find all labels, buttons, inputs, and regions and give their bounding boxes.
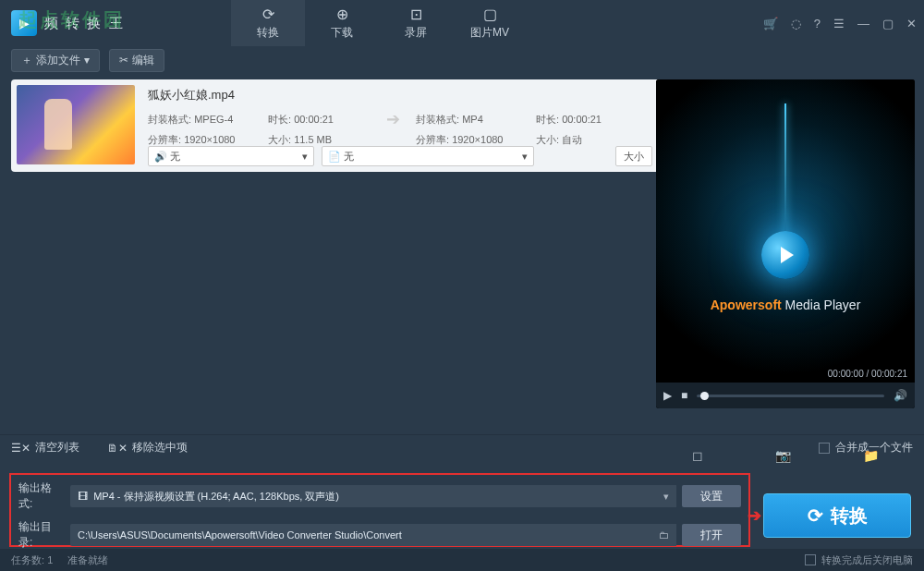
src-duration: 时长: 00:00:21	[268, 113, 370, 127]
scissors-icon: ✂	[119, 54, 128, 67]
output-dir-field[interactable]: C:\Users\ASUS\Documents\Apowersoft\Video…	[70, 524, 676, 546]
logo-area: ▶ 频 转 换 王	[0, 10, 222, 36]
convert-button[interactable]: ➔ ⟳ 转换	[763, 493, 911, 538]
edit-label: 编辑	[132, 53, 154, 68]
cart-icon[interactable]: 🛒	[763, 17, 778, 30]
user-icon[interactable]: ◌	[791, 17, 801, 30]
preview-controls: ▶ ■ 🔊	[656, 383, 915, 408]
settings-button[interactable]: 设置	[682, 485, 741, 507]
chevron-down-icon: ▾	[302, 151, 308, 163]
download-icon: ⊕	[336, 6, 348, 23]
remove-icon: 🗎✕	[107, 442, 128, 455]
window-controls: 🛒 ◌ ? ☰ — ▢ ✕	[763, 0, 917, 46]
tv-icon: ▢	[483, 6, 497, 23]
output-format-value: MP4 - 保持源视频设置 (H.264; AAC, 128Kbps, 双声道)	[93, 491, 339, 502]
speaker-icon: 🔊	[154, 151, 167, 162]
subtitle-icon: 📄	[328, 151, 341, 162]
folder-icon: 🗀	[659, 529, 669, 541]
output-panel: 输出格式: 🎞 MP4 - 保持源视频设置 (H.264; AAC, 128Kb…	[9, 473, 750, 547]
preview-panel: Apowersoft Media Player 00:00:00 / 00:00…	[656, 79, 915, 408]
play-orb-icon	[761, 231, 809, 279]
src-res: 分辨率: 1920×1080	[148, 133, 268, 147]
preview-brand: Apowersoft Media Player	[656, 298, 915, 312]
output-dir-label: 输出目录:	[18, 519, 65, 551]
preview-tool-icons: ◻ 📷 📁	[656, 442, 915, 469]
file-name: 狐妖小红娘.mp4	[148, 87, 699, 103]
main-tabs: ⟳ 转换 ⊕ 下载 ⊡ 录屏 ▢ 图片MV	[231, 0, 527, 46]
tab-photomv[interactable]: ▢ 图片MV	[453, 0, 527, 46]
remove-selected-button[interactable]: 🗎✕ 移除选中项	[107, 440, 188, 456]
file-thumbnail[interactable]	[17, 85, 135, 164]
app-logo-icon: ▶	[11, 10, 37, 36]
dst-duration: 时长: 00:00:21	[536, 113, 638, 127]
refresh-icon: ⟳	[262, 6, 274, 23]
subtitle-value: 无	[344, 151, 354, 162]
preview-canvas[interactable]: Apowersoft Media Player	[656, 79, 915, 383]
statusbar: 任务数: 1 准备就绪 转换完成后关闭电脑	[0, 549, 924, 571]
task-count: 任务数: 1	[11, 553, 53, 567]
edit-button[interactable]: ✂ 编辑	[109, 49, 164, 72]
minimize-icon[interactable]: —	[857, 17, 869, 30]
shutdown-label: 转换完成后关闭电脑	[821, 553, 913, 567]
app-title: 频 转 换 王	[44, 15, 125, 32]
plus-icon: ＋	[21, 53, 32, 68]
chevron-down-icon: ▾	[663, 491, 669, 503]
output-dir-value: C:\Users\ASUS\Documents\Apowersoft\Video…	[78, 529, 402, 541]
arrow-right-icon: ➔	[370, 109, 416, 129]
play-icon[interactable]: ▶	[663, 389, 672, 402]
remove-label: 移除选中项	[132, 440, 188, 456]
src-size: 大小: 11.5 MB	[268, 133, 370, 147]
chevron-down-icon: ▾	[84, 54, 90, 67]
audio-track-select[interactable]: 🔊 无 ▾	[148, 146, 314, 166]
dst-format: 封装格式: MP4	[416, 113, 536, 127]
clear-label: 清空列表	[35, 440, 79, 456]
titlebar: 起点软件园 ▶ 频 转 换 王 ⟳ 转换 ⊕ 下载 ⊡ 录屏 ▢ 图片MV 🛒 …	[0, 0, 924, 46]
file-controls: 🔊 无 ▾ 📄 无 ▾ 大小 ✂编辑	[148, 146, 708, 166]
clear-list-button[interactable]: ☰✕ 清空列表	[11, 440, 79, 456]
callout-arrow-icon: ➔	[748, 505, 761, 526]
output-format-select[interactable]: 🎞 MP4 - 保持源视频设置 (H.264; AAC, 128Kbps, 双声…	[70, 485, 676, 507]
refresh-icon: ⟳	[808, 504, 823, 527]
convert-label: 转换	[831, 504, 868, 528]
shutdown-checkbox[interactable]	[805, 554, 816, 565]
clear-icon: ☰✕	[11, 442, 30, 455]
open-folder-button[interactable]: 打开	[682, 524, 741, 546]
tab-download[interactable]: ⊕ 下载	[305, 0, 379, 46]
close-icon[interactable]: ✕	[906, 17, 917, 30]
file-item[interactable]: 狐妖小红娘.mp4 封装格式: MPEG-4 时长: 00:00:21 ➔ 封装…	[11, 79, 713, 172]
tab-convert[interactable]: ⟳ 转换	[231, 0, 305, 46]
crop-icon[interactable]: ◻	[692, 448, 703, 463]
maximize-icon[interactable]: ▢	[882, 17, 894, 30]
snapshot-icon[interactable]: 📷	[775, 448, 791, 463]
menu-icon[interactable]: ☰	[833, 17, 845, 30]
tab-record-label: 录屏	[405, 25, 427, 41]
chevron-down-icon: ▾	[522, 151, 528, 163]
record-icon: ⊡	[410, 6, 422, 23]
tab-photomv-label: 图片MV	[470, 25, 509, 41]
tab-download-label: 下载	[331, 25, 353, 41]
help-icon[interactable]: ?	[814, 17, 821, 30]
output-format-label: 输出格式:	[18, 480, 65, 512]
size-button[interactable]: 大小	[615, 146, 652, 166]
status-text: 准备就绪	[67, 553, 108, 567]
audio-value: 无	[170, 151, 180, 162]
video-icon: 🎞	[78, 491, 88, 502]
tab-convert-label: 转换	[257, 25, 279, 41]
dst-size: 大小: 自动	[536, 133, 638, 147]
progress-slider[interactable]	[697, 395, 884, 397]
stop-icon[interactable]: ■	[681, 389, 687, 402]
dst-res: 分辨率: 1920×1080	[416, 133, 536, 147]
preview-time: 00:00:00 / 00:00:21	[828, 369, 907, 379]
src-format: 封装格式: MPEG-4	[148, 113, 268, 127]
folder-icon[interactable]: 📁	[863, 448, 879, 463]
add-file-button[interactable]: ＋ 添加文件 ▾	[11, 49, 100, 72]
add-file-label: 添加文件	[36, 53, 80, 68]
tab-record[interactable]: ⊡ 录屏	[379, 0, 453, 46]
subtitle-select[interactable]: 📄 无 ▾	[322, 146, 534, 166]
toolbar: ＋ 添加文件 ▾ ✂ 编辑	[0, 46, 924, 74]
volume-icon[interactable]: 🔊	[894, 389, 907, 402]
